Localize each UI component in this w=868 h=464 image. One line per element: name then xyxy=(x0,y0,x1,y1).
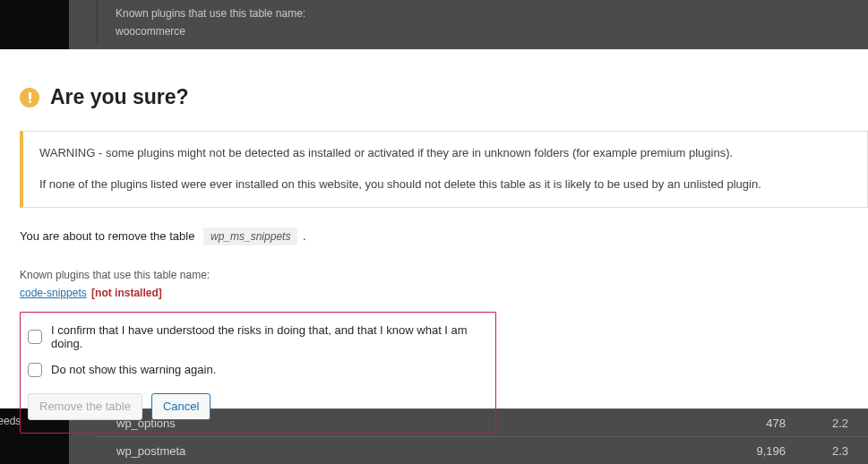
remove-table-button[interactable]: Remove the table xyxy=(28,393,142,420)
backdrop-top-text: Known plugins that use this table name: … xyxy=(97,0,868,45)
table-cell-size: 2.3 xyxy=(821,444,848,458)
table-cell-size: 2.2 xyxy=(821,417,848,430)
warning-text-2: If none of the plugins listed were ever … xyxy=(39,176,851,194)
warning-icon xyxy=(20,88,39,107)
about-prefix: You are about to remove the table xyxy=(20,229,194,243)
warning-text-1: WARNING - some plugins might not be dete… xyxy=(39,144,851,163)
actions-panel: I confirm that I have understood the ris… xyxy=(20,312,496,434)
table-cell-name: wp_postmeta xyxy=(116,444,714,458)
confirm-dialog: Are you sure? WARNING - some plugins mig… xyxy=(0,49,868,408)
plugin-link[interactable]: code-snippets xyxy=(20,287,87,299)
table-row: wp_postmeta 9,196 2.3 xyxy=(97,436,868,464)
dontshow-checkbox-label: Do not show this warning again. xyxy=(51,363,216,376)
sidebar-item-feeds: Feeds xyxy=(0,415,21,427)
button-row: Remove the table Cancel xyxy=(28,393,483,420)
table-name-chip: wp_ms_snippets xyxy=(203,228,297,245)
backdrop-known-label: Known plugins that use this table name: xyxy=(116,7,850,20)
backdrop-top: Known plugins that use this table name: … xyxy=(0,0,868,49)
confirm-checkbox-label: I confirm that I have understood the ris… xyxy=(51,323,483,350)
table-cell-count: 478 xyxy=(714,417,821,430)
backdrop-sidebar-top xyxy=(0,0,69,49)
table-cell-count: 9,196 xyxy=(714,444,821,458)
about-to-remove-line: You are about to remove the table wp_ms_… xyxy=(20,228,868,245)
confirm-checkbox-row[interactable]: I confirm that I have understood the ris… xyxy=(28,323,483,350)
dontshow-checkbox-row[interactable]: Do not show this warning again. xyxy=(28,363,483,377)
known-plugins-label: Known plugins that use this table name: xyxy=(20,269,868,281)
about-suffix: . xyxy=(303,229,306,243)
not-installed-badge: [not installed] xyxy=(91,287,162,299)
warning-banner: WARNING - some plugins might not be dete… xyxy=(20,131,868,208)
cancel-button[interactable]: Cancel xyxy=(151,393,211,420)
dialog-header: Are you sure? xyxy=(0,49,868,131)
dontshow-checkbox[interactable] xyxy=(28,363,42,377)
dialog-title: Are you sure? xyxy=(50,85,189,109)
plugin-line: code-snippets [not installed] xyxy=(20,287,868,299)
backdrop-plugin: woocommerce xyxy=(116,25,850,38)
confirm-checkbox[interactable] xyxy=(28,330,42,344)
